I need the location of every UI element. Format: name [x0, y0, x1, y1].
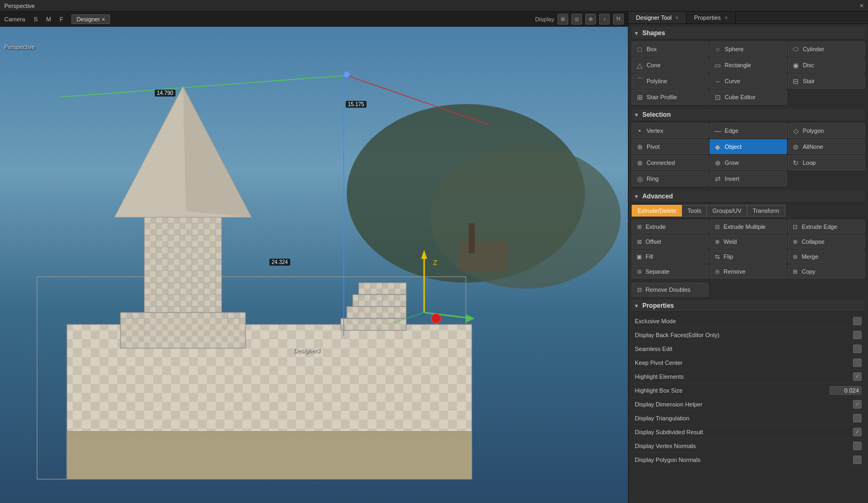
tab-designer-tool[interactable]: Designer Tool ×	[628, 12, 687, 23]
prop-keep-pivot-center: Keep Pivot Center	[632, 356, 865, 370]
cube-editor-label: Cube Editor	[724, 94, 755, 100]
tool-separate[interactable]: ⊜ Separate	[632, 265, 708, 278]
s-label[interactable]: S	[34, 16, 37, 22]
svg-rect-4	[37, 277, 466, 480]
ring-label: Ring	[647, 175, 659, 182]
sel-edge[interactable]: — Edge	[710, 123, 786, 138]
rectangle-icon: ▭	[713, 61, 722, 69]
sel-polygon[interactable]: ◇ Polygon	[788, 123, 865, 138]
extrude-multiple-icon: ⊟	[713, 223, 721, 230]
shape-polyline[interactable]: ⌒ Polyline	[632, 74, 708, 89]
object-label: Designer3	[293, 347, 320, 354]
sel-vertex[interactable]: • Vertex	[632, 123, 708, 138]
highlight-elements-toggle[interactable]: ✓	[853, 372, 862, 381]
tool-copy[interactable]: ⊞ Copy	[788, 265, 865, 278]
sel-invert[interactable]: ⇄ Invert	[710, 171, 786, 186]
display-subdivided-result-toggle[interactable]: ✓	[853, 428, 862, 436]
shape-cube-editor[interactable]: ⊡ Cube Editor	[710, 90, 786, 105]
tool-flip[interactable]: ⇆ Flip	[710, 250, 786, 264]
seamless-edit-toggle[interactable]	[853, 345, 862, 353]
keep-pivot-center-toggle[interactable]	[853, 358, 862, 367]
shape-rectangle[interactable]: ▭ Rectangle	[710, 58, 786, 73]
svg-rect-15	[144, 211, 221, 336]
svg-marker-24	[421, 250, 427, 259]
box-label: Box	[647, 46, 657, 52]
adv-tab-transform[interactable]: Transform	[747, 205, 785, 217]
snap-icon[interactable]: ⊕	[585, 14, 596, 25]
disc-icon: ◉	[792, 61, 800, 69]
display-back-faces-toggle[interactable]	[853, 331, 862, 339]
tool-fill[interactable]: ▣ Fill	[632, 250, 708, 264]
sel-connected[interactable]: ⊗ Connected	[632, 155, 708, 170]
shape-stair[interactable]: ⊟ Stair	[788, 74, 865, 89]
exclusive-mode-toggle[interactable]	[853, 317, 862, 325]
prop-display-dimension-helper: Display Dimension Helper ✓	[632, 397, 865, 411]
measure-label-1: 14.790	[155, 90, 176, 97]
shape-curve[interactable]: ⌣ Curve	[710, 74, 786, 89]
copy-icon: ⊞	[792, 268, 799, 275]
viewport[interactable]: Camera S M F Designer × Display ⊞ ◎ ⊕ ♪ …	[0, 12, 628, 503]
stair-profile-label: Stair Profile	[647, 94, 677, 100]
tool-offset[interactable]: ⊠ Offset	[632, 235, 708, 249]
svg-line-28	[388, 313, 424, 324]
advanced-section-header[interactable]: ▼ Advanced	[632, 190, 865, 203]
tool-extrude-multiple[interactable]: ⊟ Extrude Multiple	[710, 220, 786, 234]
prop-display-back-faces: Display Back Faces(Editor Only)	[632, 328, 865, 342]
m-label[interactable]: M	[46, 16, 51, 22]
shape-disc[interactable]: ◉ Disc	[788, 58, 865, 73]
fill-icon: ▣	[635, 253, 643, 260]
sel-ring[interactable]: ◎ Ring	[632, 171, 708, 186]
tool-extrude-edge[interactable]: ⊡ Extrude Edge	[788, 220, 865, 234]
loop-icon: ↻	[792, 158, 800, 167]
tool-merge[interactable]: ⊛ Merge	[788, 250, 865, 264]
designer-viewport-tab[interactable]: Designer ×	[71, 14, 110, 24]
display-dimension-helper-toggle[interactable]: ✓	[853, 400, 862, 409]
prop-seamless-edit: Seamless Edit	[632, 342, 865, 356]
h-icon[interactable]: H	[613, 14, 624, 25]
properties-tab-close[interactable]: ×	[724, 15, 728, 21]
shapes-arrow-icon: ▼	[634, 30, 639, 36]
cylinder-icon: ⬭	[792, 45, 800, 53]
properties-arrow-icon: ▼	[634, 303, 639, 309]
object-sel-label: Object	[724, 143, 742, 150]
sel-grow[interactable]: ⊕ Grow	[710, 155, 786, 170]
sel-loop[interactable]: ↻ Loop	[788, 155, 865, 170]
adv-tab-extrude-delete[interactable]: Extrude/Delete	[632, 205, 682, 217]
sel-allnone[interactable]: ⊘ AllNone	[788, 139, 865, 154]
ortho-icon[interactable]: ◎	[571, 14, 582, 25]
adv-tab-groups-uv[interactable]: Groups/UV	[706, 205, 746, 217]
highlight-box-size-input[interactable]	[830, 386, 862, 395]
f-label[interactable]: F	[60, 16, 63, 22]
shape-cone[interactable]: △ Cone	[632, 58, 708, 73]
display-polygon-normals-label: Display Polygon Normals	[635, 457, 853, 463]
designer-tool-tab-close[interactable]: ×	[675, 15, 679, 21]
window-close-icon[interactable]: ×	[859, 2, 864, 10]
shape-box[interactable]: □ Box	[632, 42, 708, 57]
weld-icon: ⊕	[713, 238, 721, 245]
display-polygon-normals-toggle[interactable]	[853, 456, 862, 464]
tab-properties[interactable]: Properties ×	[687, 12, 736, 23]
svg-rect-21	[347, 307, 407, 318]
sel-object[interactable]: ◆ Object	[710, 139, 786, 154]
display-triangulation-toggle[interactable]	[853, 414, 862, 422]
tool-weld[interactable]: ⊕ Weld	[710, 235, 786, 249]
grid-icon[interactable]: ⊞	[558, 14, 568, 25]
tool-remove[interactable]: ⊝ Remove	[710, 265, 786, 278]
shape-sphere[interactable]: ○ Sphere	[710, 42, 786, 57]
adv-tab-tools[interactable]: Tools	[682, 205, 707, 217]
tool-extrude[interactable]: ⊞ Extrude	[632, 220, 708, 234]
extrude-icon: ⊞	[635, 223, 643, 230]
selection-section-header[interactable]: ▼ Selection	[632, 109, 865, 121]
shape-stair-profile[interactable]: ⊞ Stair Profile	[632, 90, 708, 105]
display-vertex-normals-toggle[interactable]	[853, 442, 862, 450]
fill-label: Fill	[646, 253, 653, 260]
sound-icon[interactable]: ♪	[599, 14, 610, 25]
selection-grid: • Vertex — Edge ◇ Polygon ⊕ Pivot ◆ Ob	[632, 123, 865, 186]
shapes-section-header[interactable]: ▼ Shapes	[632, 27, 865, 39]
tool-collapse[interactable]: ⊗ Collapse	[788, 235, 865, 249]
properties-section-header[interactable]: ▼ Properties	[632, 300, 865, 312]
shape-cylinder[interactable]: ⬭ Cylinder	[788, 42, 865, 57]
sel-pivot[interactable]: ⊕ Pivot	[632, 139, 708, 154]
tool-remove-doubles[interactable]: ⊟ Remove Doubles	[632, 283, 708, 297]
flip-label: Flip	[723, 253, 733, 260]
